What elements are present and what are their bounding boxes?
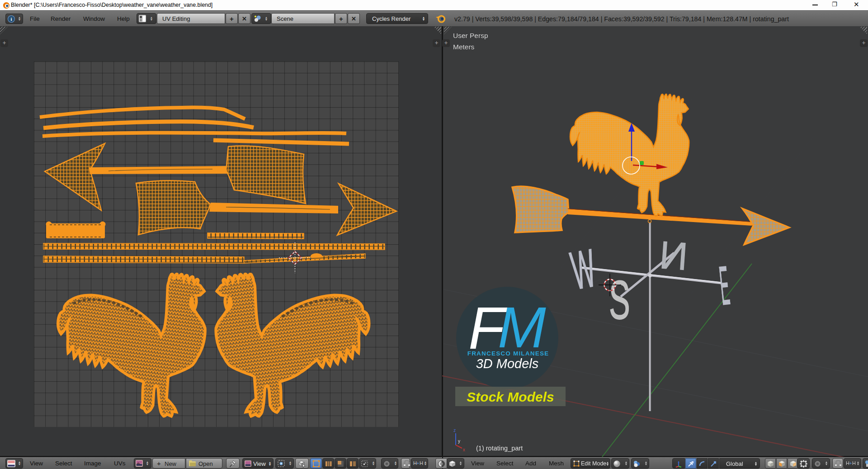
svg-text:FRANCESCO MILANESE: FRANCESCO MILANESE [467, 350, 549, 357]
svg-text:z: z [453, 428, 456, 433]
svg-text:User Persp: User Persp [453, 32, 488, 39]
svg-text:N: N [658, 233, 689, 278]
svg-text:E: E [717, 255, 732, 317]
svg-text:W: W [566, 238, 599, 301]
svg-text:S: S [609, 270, 630, 331]
svg-text:y: y [458, 439, 460, 444]
svg-text:(1) rotating_part: (1) rotating_part [476, 445, 523, 452]
svg-text:Meters: Meters [453, 43, 475, 51]
svg-text:x: x [463, 447, 465, 452]
svg-text:3D Models: 3D Models [476, 356, 539, 371]
svg-text:Stock Models: Stock Models [467, 389, 554, 404]
